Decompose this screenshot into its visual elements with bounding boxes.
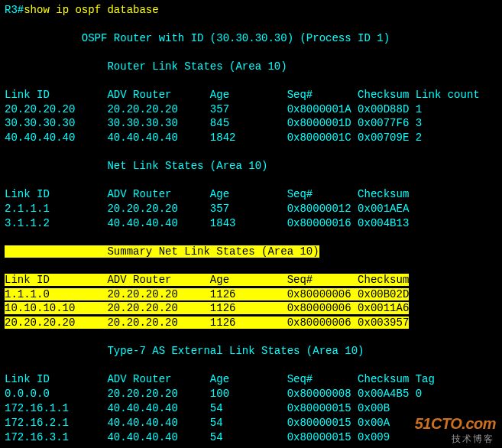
- table-row: 1.1.1.0 20.20.20.20 1126 0x80000006 0x00…: [5, 287, 497, 302]
- section-title-summary: Summary Net Link States (Area 10): [5, 245, 497, 259]
- terminal-output: R3#show ip ospf database OSPF Router wit…: [5, 3, 497, 445]
- table-row: 10.10.10.10 20.20.20.20 1126 0x80000006 …: [5, 301, 497, 316]
- column-headers: Link ID ADV Router Age Seq# Checksum: [5, 273, 497, 287]
- command-text: show ip ospf database: [24, 4, 158, 16]
- prompt: R3#: [5, 4, 24, 16]
- section-title-type7: Type-7 AS External Link States (Area 10): [5, 344, 497, 359]
- table-row: 30.30.30.30 30.30.30.30 845 0x8000001D 0…: [5, 116, 497, 131]
- ospf-header: OSPF Router with ID (30.30.30.30) (Proce…: [5, 31, 497, 46]
- table-row: 3.1.1.2 40.40.40.40 1843 0x80000016 0x00…: [5, 216, 497, 231]
- section-title-router: Router Link States (Area 10): [5, 60, 497, 74]
- table-row: 20.20.20.20 20.20.20.20 1126 0x80000006 …: [5, 316, 497, 330]
- column-headers: Link ID ADV Router Age Seq# Checksum Tag: [5, 372, 497, 387]
- column-headers: Link ID ADV Router Age Seq# Checksum Lin…: [5, 88, 497, 102]
- section-title-net: Net Link States (Area 10): [5, 159, 497, 174]
- table-row: 2.1.1.1 20.20.20.20 357 0x80000012 0x001…: [5, 202, 497, 216]
- table-row: 40.40.40.40 40.40.40.40 1842 0x8000001C …: [5, 131, 497, 145]
- watermark-text: 技术博客: [452, 433, 494, 445]
- table-row: 20.20.20.20 20.20.20.20 357 0x8000001A 0…: [5, 102, 497, 117]
- prompt-line[interactable]: R3#show ip ospf database: [5, 3, 497, 18]
- table-row: 0.0.0.0 20.20.20.20 100 0x80000008 0x00A…: [5, 387, 497, 401]
- column-headers: Link ID ADV Router Age Seq# Checksum: [5, 187, 497, 202]
- watermark-logo: 51CTO.com: [415, 414, 496, 434]
